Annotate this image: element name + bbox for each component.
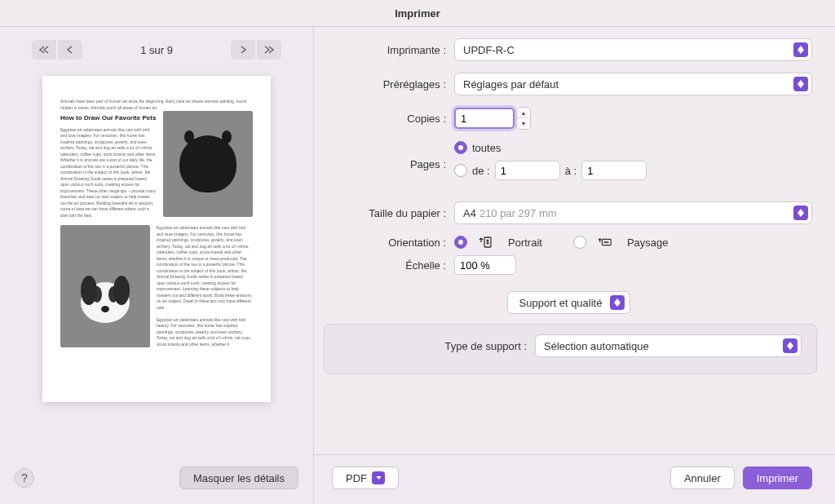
nav-back-group [31, 40, 83, 60]
portrait-radio[interactable] [454, 236, 467, 249]
media-type-select[interactable]: Sélection automatique [535, 334, 802, 357]
preview-pane: 1 sur 9 Animals have been part of human … [0, 27, 314, 504]
section-label: Support et qualité [519, 297, 603, 309]
svg-point-7 [487, 240, 489, 242]
preview-text: Animals have been part of human art sinc… [60, 99, 253, 111]
paper-size-hint: 210 par 297 mm [479, 207, 557, 219]
svg-point-9 [604, 241, 606, 243]
chevron-updown-icon [783, 338, 797, 353]
presets-value: Réglages par défaut [463, 78, 559, 91]
preview-area: Animals have been part of human art sinc… [0, 68, 313, 455]
printer-value: UPDF-R-C [463, 44, 515, 56]
portrait-label: Portrait [508, 237, 542, 249]
printer-label: Imprimante : [325, 44, 454, 56]
sidebar-footer: ? Masquer les détails [0, 455, 313, 504]
chevron-down-icon [372, 471, 385, 484]
hide-details-button[interactable]: Masquer les détails [179, 466, 298, 489]
first-page-button[interactable] [32, 40, 56, 60]
help-button[interactable]: ? [15, 468, 34, 488]
presets-select[interactable]: Réglages par défaut [454, 73, 812, 95]
copies-input[interactable] [454, 108, 515, 129]
preview-image-dog [60, 225, 150, 347]
chevron-updown-icon [793, 42, 808, 57]
pages-all-radio[interactable] [454, 141, 467, 154]
chevron-updown-icon [793, 77, 808, 91]
chevron-updown-icon [793, 206, 808, 220]
content-area: 1 sur 9 Animals have been part of human … [0, 26, 835, 504]
pages-label: Pages : [325, 158, 454, 170]
prev-page-button[interactable] [58, 40, 82, 60]
chevron-updown-icon [610, 295, 625, 310]
copies-step-down[interactable]: ▾ [517, 118, 530, 129]
landscape-icon [598, 236, 612, 249]
pages-to-label: à : [565, 165, 577, 177]
page-indicator: 1 sur 9 [140, 44, 173, 56]
dialog-footer: PDF Annuler Imprimer [314, 454, 835, 504]
window-title: Imprimer [395, 7, 440, 20]
printer-select[interactable]: UPDF-R-C [454, 38, 812, 61]
scale-input[interactable] [454, 255, 516, 275]
last-page-button[interactable] [257, 40, 281, 60]
settings-pane: Imprimante : UPDF-R-C Préréglages : Régl… [314, 27, 835, 504]
print-dialog: Imprimer 1 sur 9 Animals have been part … [0, 0, 835, 504]
preview-text: Egyptian art celebrates animals like cat… [157, 225, 253, 347]
pages-from-label: de : [472, 165, 490, 177]
next-page-button[interactable] [231, 40, 255, 60]
svg-point-5 [113, 276, 130, 305]
scale-label: Échelle : [325, 259, 454, 272]
cancel-button[interactable]: Annuler [670, 466, 735, 489]
pages-to-input[interactable] [581, 161, 647, 180]
landscape-label: Paysage [627, 237, 669, 249]
pdf-menu-button[interactable]: PDF [332, 466, 399, 489]
media-quality-panel: Type de support : Sélection automatique [324, 324, 817, 374]
pages-from-input[interactable] [495, 161, 560, 180]
copies-step-up[interactable]: ▴ [517, 108, 530, 118]
copies-stepper: ▴ ▾ [516, 107, 531, 130]
orientation-label: Orientation : [325, 237, 454, 249]
nav-forward-group [230, 40, 282, 60]
section-select[interactable]: Support et qualité [507, 291, 631, 314]
preview-image-pug [163, 111, 253, 217]
print-button[interactable]: Imprimer [743, 466, 812, 489]
presets-label: Préréglages : [325, 78, 454, 91]
close-icon[interactable] [812, 3, 828, 20]
paper-size-label: Taille du papier : [325, 207, 454, 219]
pages-range-radio[interactable] [454, 164, 467, 177]
titlebar: Imprimer [0, 0, 835, 26]
preview-text: Egyptian art celebrates animals like cat… [60, 127, 157, 219]
paper-size-select[interactable]: A4210 par 297 mm [454, 201, 812, 224]
media-type-value: Sélection automatique [544, 340, 649, 352]
pages-all-label: toutes [472, 142, 501, 154]
paper-size-value: A4 [463, 207, 476, 219]
copies-label: Copies : [325, 113, 454, 125]
portrait-icon [479, 236, 493, 249]
page-preview: Animals have been part of human art sinc… [42, 76, 271, 402]
landscape-radio[interactable] [573, 236, 586, 249]
media-type-label: Type de support : [333, 340, 535, 352]
preview-heading: How to Draw Our Favorite Pets [60, 114, 157, 122]
page-nav: 1 sur 9 [0, 27, 313, 68]
svg-point-4 [81, 276, 97, 305]
svg-point-3 [101, 306, 109, 312]
settings-form: Imprimante : UPDF-R-C Préréglages : Régl… [314, 27, 835, 454]
